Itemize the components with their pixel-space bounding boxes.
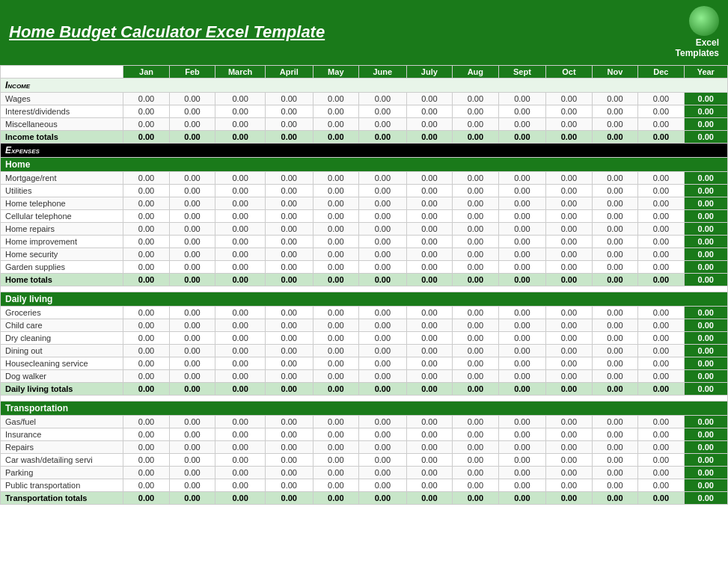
col-april: April bbox=[265, 65, 313, 78]
repairs-row: Repairs 0.000.00 0.000.00 0.000.00 0.000… bbox=[1, 440, 728, 453]
wages-april[interactable]: 0.00 bbox=[265, 92, 313, 105]
parking-row: Parking 0.000.00 0.000.00 0.000.00 0.000… bbox=[1, 466, 728, 479]
col-feb: Feb bbox=[169, 65, 215, 78]
spacer-2 bbox=[1, 395, 728, 401]
home-section-header: Home bbox=[1, 157, 728, 171]
budget-table: Jan Feb March April May June July Aug Se… bbox=[0, 65, 728, 505]
transport-section-header: Transportation bbox=[1, 401, 728, 415]
groceries-row: Groceries 0.000.00 0.000.00 0.000.00 0.0… bbox=[1, 306, 728, 319]
interest-label: Interest/dividends bbox=[1, 105, 123, 117]
cellular-row: Cellular telephone 0.000.00 0.000.00 0.0… bbox=[1, 209, 728, 222]
wages-march[interactable]: 0.00 bbox=[215, 92, 266, 105]
col-aug: Aug bbox=[453, 65, 498, 78]
col-march: March bbox=[215, 65, 266, 78]
garden-row: Garden supplies 0.000.00 0.000.00 0.000.… bbox=[1, 260, 728, 273]
wages-sept[interactable]: 0.00 bbox=[498, 92, 546, 105]
home-totals-row: Home totals 0.000.00 0.000.00 0.000.00 0… bbox=[1, 273, 728, 286]
daily-section-header: Daily living bbox=[1, 292, 728, 306]
wages-row: Wages 0.00 0.00 0.00 0.00 0.00 0.00 0.00… bbox=[1, 92, 728, 105]
home-security-row: Home security 0.000.00 0.000.00 0.000.00… bbox=[1, 248, 728, 260]
mortgage-row: Mortgage/rent 0.000.00 0.000.00 0.000.00… bbox=[1, 171, 728, 184]
gasfuel-row: Gas/fuel 0.000.00 0.000.00 0.000.00 0.00… bbox=[1, 415, 728, 428]
miscellaneous-row: Miscellaneous 0.000.00 0.000.00 0.000.00… bbox=[1, 117, 728, 130]
wages-year: 0.00 bbox=[684, 92, 727, 105]
logo-icon bbox=[689, 6, 719, 36]
drycleaning-row: Dry cleaning 0.000.00 0.000.00 0.000.00 … bbox=[1, 331, 728, 344]
col-june: June bbox=[359, 65, 407, 78]
logo-area: Excel Templates bbox=[676, 6, 719, 59]
wages-jan[interactable]: 0.00 bbox=[123, 92, 169, 105]
col-may: May bbox=[313, 65, 358, 78]
dogwalker-row: Dog walker 0.000.00 0.000.00 0.000.00 0.… bbox=[1, 369, 728, 382]
daily-totals-row: Daily living totals 0.000.00 0.000.00 0.… bbox=[1, 382, 728, 395]
col-oct: Oct bbox=[546, 65, 592, 78]
wages-nov[interactable]: 0.00 bbox=[592, 92, 637, 105]
carwash-row: Car wash/detailing servi 0.000.00 0.000.… bbox=[1, 453, 728, 466]
wages-may[interactable]: 0.00 bbox=[313, 92, 358, 105]
interest-row: Interest/dividends 0.000.00 0.000.00 0.0… bbox=[1, 105, 728, 117]
childcare-row: Child care 0.000.00 0.000.00 0.000.00 0.… bbox=[1, 319, 728, 331]
logo-text: Excel Templates bbox=[676, 37, 719, 59]
insurance-row: Insurance 0.000.00 0.000.00 0.000.00 0.0… bbox=[1, 428, 728, 440]
transport-totals-row: Transportation totals 0.000.00 0.000.00 … bbox=[1, 491, 728, 504]
misc-label: Miscellaneous bbox=[1, 117, 123, 130]
wages-feb[interactable]: 0.00 bbox=[169, 92, 215, 105]
utilities-row: Utilities 0.000.00 0.000.00 0.000.00 0.0… bbox=[1, 184, 728, 197]
wages-june[interactable]: 0.00 bbox=[359, 92, 407, 105]
housecleaning-row: Housecleaning service 0.000.00 0.000.00 … bbox=[1, 357, 728, 369]
col-nov: Nov bbox=[592, 65, 637, 78]
header: Home Budget Calculator Excel Template Ex… bbox=[0, 0, 728, 65]
home-repairs-row: Home repairs 0.000.00 0.000.00 0.000.00 … bbox=[1, 222, 728, 235]
home-telephone-row: Home telephone 0.000.00 0.000.00 0.000.0… bbox=[1, 197, 728, 209]
public-transport-row: Public transportation 0.000.00 0.000.00 … bbox=[1, 479, 728, 491]
col-dec: Dec bbox=[638, 65, 684, 78]
spacer-1 bbox=[1, 286, 728, 292]
expenses-section-header: Expenses bbox=[1, 143, 728, 157]
income-section-header: Income bbox=[1, 78, 728, 92]
col-year: Year bbox=[684, 65, 727, 78]
income-totals-row: Income totals 0.000.00 0.000.00 0.000.00… bbox=[1, 130, 728, 143]
page-title: Home Budget Calculator Excel Template bbox=[9, 22, 325, 42]
income-totals-label: Income totals bbox=[1, 130, 123, 143]
wages-oct[interactable]: 0.00 bbox=[546, 92, 592, 105]
col-july: July bbox=[406, 65, 452, 78]
wages-dec[interactable]: 0.00 bbox=[638, 92, 684, 105]
col-jan: Jan bbox=[123, 65, 169, 78]
diningout-row: Dining out 0.000.00 0.000.00 0.000.00 0.… bbox=[1, 344, 728, 357]
home-improvement-row: Home improvement 0.000.00 0.000.00 0.000… bbox=[1, 235, 728, 248]
wages-label: Wages bbox=[1, 92, 123, 105]
wages-aug[interactable]: 0.00 bbox=[453, 92, 498, 105]
col-sept: Sept bbox=[498, 65, 546, 78]
wages-july[interactable]: 0.00 bbox=[406, 92, 452, 105]
